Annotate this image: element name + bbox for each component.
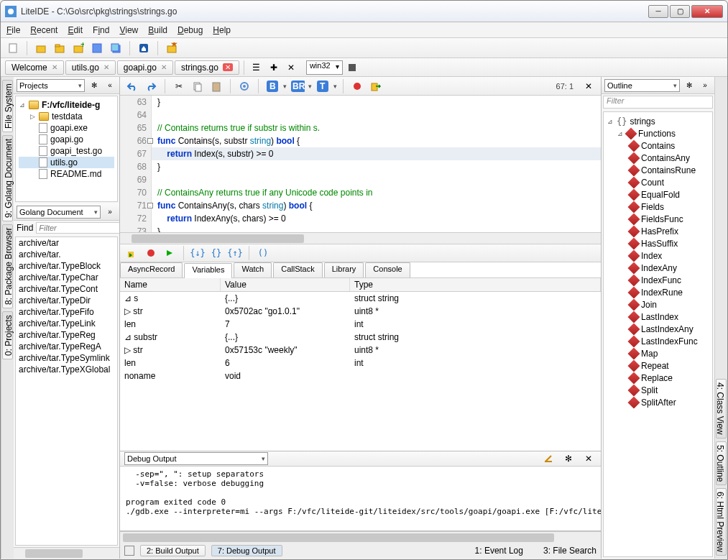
table-row[interactable]: len7int [120,318,601,331]
paste-icon[interactable] [208,78,224,94]
list-item[interactable]: archive/tar [16,237,117,249]
col-type[interactable]: Type [350,278,601,291]
tab-watch[interactable]: Watch [234,262,272,277]
outline-item[interactable]: LastIndexFunc [607,335,709,347]
target-select[interactable]: win32 [306,60,343,75]
tab-callstack[interactable]: CallStack [273,262,322,277]
gear-icon[interactable] [236,78,252,94]
status-debug-output[interactable]: 7: Debug Output [211,545,282,556]
collapse-icon[interactable]: » [103,206,116,219]
outline-item[interactable]: Index [607,249,709,262]
table-row[interactable]: ▷ str0x5702ac "go1.0.1"uint8 * [120,305,601,318]
list-item[interactable]: archive/tar.TypeBlock [16,260,117,272]
outline-item[interactable]: Repeat [607,359,709,372]
debug-continue-icon[interactable] [162,245,178,261]
gear-icon[interactable]: ✻ [561,451,576,467]
tab-welcome[interactable]: Welcome✕ [5,60,64,75]
save-all-icon[interactable] [108,40,124,56]
step-into-icon[interactable]: {} [208,245,224,261]
status-file-search[interactable]: 3: File Search [543,546,596,556]
step-instr-icon[interactable]: () [255,245,271,261]
tab-close-icon[interactable]: ✕ [283,60,299,75]
outline-combo[interactable]: Outline [604,79,680,92]
outline-item[interactable]: LastIndex [607,311,709,323]
scrollbar[interactable] [14,547,119,559]
outline-item[interactable]: Contains [607,139,709,152]
menu-file[interactable]: File [6,25,20,35]
project-tree[interactable]: ⊿F:/vfc/liteide-g ▷testdata goapi.exe go… [15,96,118,202]
col-name[interactable]: Name [120,278,221,291]
exit-icon[interactable] [368,78,384,94]
gear-icon[interactable]: ✻ [683,79,696,92]
build-b-icon[interactable]: B [264,78,280,94]
stop-icon[interactable] [344,60,360,75]
close-panel-icon[interactable]: ✕ [581,451,596,467]
rail-class-view[interactable]: 4: Class View [716,379,727,438]
minimize-button[interactable]: ─ [648,5,668,18]
outline-item[interactable]: IndexFunc [607,274,709,286]
status-event-log[interactable]: 1: Event Log [475,546,523,556]
rail-html-preview[interactable]: 6: Html Preview [716,488,727,556]
outline-filter[interactable]: Filter [603,96,713,109]
tab-goapi[interactable]: goapi.go✕ [117,60,173,75]
menu-view[interactable]: View [119,25,138,35]
collapse-icon[interactable]: » [699,79,711,92]
list-item[interactable]: archive/tar.TypeReg [16,329,117,341]
tab-strings[interactable]: strings.go✕ [175,60,239,75]
rail-golang-doc[interactable]: 9: Golang Document [2,135,13,221]
filter-input[interactable] [36,222,120,234]
cut-icon[interactable]: ✂ [171,78,187,94]
outline-item[interactable]: FieldsFunc [607,213,709,225]
rail-outline[interactable]: 5: Outline [716,441,727,485]
tab-add-icon[interactable]: ✚ [266,60,282,75]
outline-item[interactable]: Map [607,347,709,359]
outline-item[interactable]: Fields [607,201,709,213]
clear-icon[interactable] [540,451,556,467]
redo-icon[interactable] [143,78,159,94]
editor-scrollbar[interactable] [120,232,601,244]
code-editor[interactable]: 63646566-6768697071-7273 }// Contains re… [120,96,601,232]
close-icon[interactable]: ✕ [52,63,57,71]
col-value[interactable]: Value [221,278,350,291]
projects-combo[interactable]: Projects [17,79,85,92]
list-item[interactable]: archive/tar.TypeDir [16,295,117,306]
tab-library[interactable]: Library [324,262,364,277]
close-icon[interactable]: ✕ [103,63,109,71]
golang-doc-combo[interactable]: Golang Document [17,206,101,219]
outline-item[interactable]: SplitAfter [607,396,709,408]
menu-recent[interactable]: Recent [30,25,57,35]
list-item[interactable]: archive/tar.TypeCont [16,283,117,295]
new-file-icon[interactable] [5,40,21,56]
list-item[interactable]: archive/tar.TypeRegA [16,341,117,352]
rail-file-system[interactable]: File System [2,80,13,132]
maximize-button[interactable]: ▢ [670,5,690,18]
close-button[interactable]: ✕ [691,5,723,18]
list-item[interactable]: archive/tar.TypeXGlobal [16,364,117,375]
rail-projects[interactable]: 0: Projects [2,311,13,359]
home-icon[interactable] [136,40,152,56]
menu-debug[interactable]: Debug [178,25,203,35]
rail-package-browser[interactable]: 8: Package Browser [2,224,13,308]
list-item[interactable]: archive/tar.TypeChar [16,272,117,283]
gear-icon[interactable]: ✻ [88,79,101,92]
tab-variables[interactable]: Variables [184,263,232,278]
outline-item[interactable]: IndexRune [607,286,709,298]
list-item[interactable]: archive/tar. [16,249,117,260]
tab-utils[interactable]: utils.go✕ [65,60,116,75]
outline-item[interactable]: IndexAny [607,262,709,274]
outline-item[interactable]: HasPrefix [607,225,709,237]
status-build-output[interactable]: 2: Build Output [140,545,206,556]
doc-list[interactable]: archive/tararchive/tar.archive/tar.TypeB… [15,237,118,546]
debug-start-icon[interactable] [124,245,140,261]
tab-console[interactable]: Console [365,262,410,277]
close-icon[interactable]: ✕ [223,63,233,71]
test-t-icon[interactable]: T [315,78,331,94]
copy-icon[interactable] [190,78,206,94]
record-icon[interactable] [349,78,365,94]
outline-tree[interactable]: ⊿{}strings ⊿Functions ContainsContainsAn… [603,111,713,557]
outline-item[interactable]: Join [607,298,709,311]
close-editor-icon[interactable]: ✕ [581,78,596,94]
table-row[interactable]: len6int [120,357,601,369]
debug-output[interactable]: -sep=", ": setup separators -v=false: ve… [120,467,601,531]
outline-item[interactable]: LastIndexAny [607,323,709,335]
